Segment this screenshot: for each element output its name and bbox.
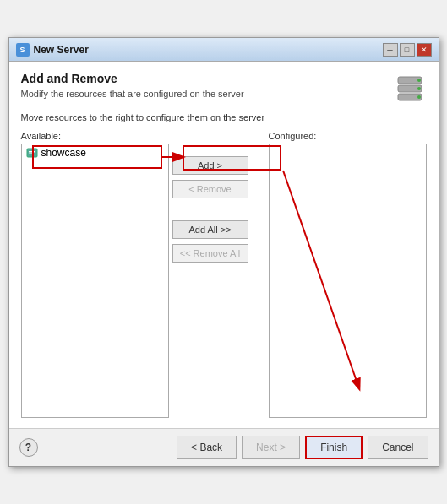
title-controls: ─ □ ✕ [383, 43, 432, 57]
svg-rect-6 [27, 149, 37, 157]
page-header: Add and Remove Modify the resources that… [21, 72, 427, 106]
available-panel: Available: showcase [21, 131, 169, 418]
window-title: New Server [34, 44, 89, 56]
instruction-text: Move resources to the right to configure… [21, 112, 427, 122]
panels-overlay: Available: showcase [21, 131, 427, 418]
list-item[interactable]: showcase [22, 144, 168, 161]
btn-group-bottom: Add All >> << Remove All [172, 220, 265, 263]
help-button[interactable]: ? [19, 438, 38, 457]
item-name: showcase [41, 147, 86, 159]
svg-rect-7 [29, 151, 35, 153]
page-subtitle: Modify the resources that are configured… [21, 89, 244, 99]
title-bar: S New Server ─ □ ✕ [9, 38, 439, 62]
footer-left: ? [19, 438, 38, 457]
minimize-icon: ─ [387, 46, 392, 54]
header-text: Add and Remove Modify the resources that… [21, 72, 244, 99]
main-window: S New Server ─ □ ✕ Add and Remove Modify… [8, 37, 439, 467]
svg-point-3 [417, 87, 421, 90]
finish-button[interactable]: Finish [305, 436, 363, 459]
page-title: Add and Remove [21, 72, 244, 85]
content-area: Add and Remove Modify the resources that… [9, 62, 439, 428]
remove-all-button[interactable]: << Remove All [172, 244, 248, 263]
header-icon [393, 72, 427, 106]
configured-label: Configured: [269, 131, 427, 141]
configured-panel: Configured: [269, 131, 427, 418]
available-label: Available: [21, 131, 169, 141]
footer: ? < Back Next > Finish Cancel [9, 428, 439, 466]
back-button[interactable]: < Back [177, 436, 237, 459]
next-button[interactable]: Next > [242, 436, 300, 459]
svg-point-1 [417, 79, 421, 82]
btn-group-top: Add > < Remove [172, 156, 265, 198]
action-buttons: Add > < Remove Add All >> << Remove All [172, 131, 265, 418]
svg-point-5 [417, 95, 421, 99]
close-icon: ✕ [421, 46, 428, 54]
add-button[interactable]: Add > [172, 156, 248, 175]
minimize-button[interactable]: ─ [383, 43, 398, 57]
panels-container: Available: showcase [21, 131, 427, 418]
add-all-button[interactable]: Add All >> [172, 220, 248, 239]
item-icon [26, 147, 38, 159]
cancel-button[interactable]: Cancel [368, 436, 428, 459]
svg-rect-8 [29, 154, 34, 155]
available-listbox[interactable]: showcase [21, 144, 169, 418]
maximize-button[interactable]: □ [400, 43, 415, 57]
maximize-icon: □ [405, 46, 409, 54]
footer-buttons: < Back Next > Finish Cancel [177, 436, 428, 459]
configured-listbox[interactable] [269, 144, 427, 418]
window-icon: S [16, 43, 30, 57]
server-icon [395, 73, 425, 104]
remove-button[interactable]: < Remove [172, 180, 248, 198]
close-button[interactable]: ✕ [417, 43, 432, 57]
title-bar-left: S New Server [16, 43, 89, 57]
